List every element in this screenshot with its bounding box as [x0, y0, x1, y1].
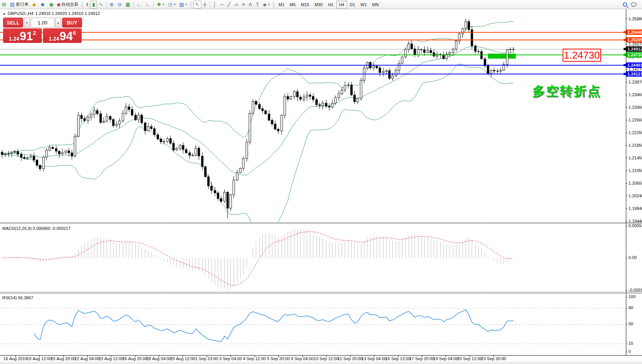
timeframe-m15[interactable]: M15	[298, 1, 312, 8]
one-click-trading-panel: SELL ▾ ▴ BUY 1.24 91 2 1.24 94 6	[3, 18, 82, 43]
channel-tool-button[interactable]: ▱	[232, 1, 240, 8]
timeframe-m1[interactable]: M1	[276, 1, 287, 8]
market-watch-button[interactable]: ◆	[30, 1, 38, 8]
new-order-icon: ▤	[10, 2, 15, 7]
horizontal-line-icon: ─	[220, 2, 224, 7]
timeframe-mn[interactable]: MN	[369, 1, 381, 8]
toolbar-separator	[106, 1, 107, 8]
chart-ohlc-values: 1.24910 1.24920 1.24910 1.24912	[35, 11, 100, 16]
signal-icon: ◉	[49, 2, 53, 7]
channel-icon: ▱	[234, 2, 238, 7]
horizontal-line-tool-button[interactable]: ─	[218, 1, 226, 8]
turning-point-note[interactable]: 多空转折点	[532, 83, 601, 100]
volume-increase-button[interactable]: ▴	[55, 18, 61, 28]
new-order-button[interactable]: ▤ 新订单	[8, 1, 30, 8]
toolbar-grip	[81, 2, 83, 8]
sell-price-main: 91	[20, 31, 33, 42]
zoom-out-icon: ⊖	[117, 2, 122, 7]
sell-price-pip: 2	[33, 30, 36, 36]
chart-title: ▲ GBPUSD-,H4 1.24910 1.24920 1.24910 1.2…	[3, 11, 100, 16]
chevron-down-icon: ▾	[163, 3, 164, 6]
fibonacci-tool-button[interactable]: ≡	[240, 1, 247, 8]
text-label-tool-button[interactable]: T	[254, 1, 261, 8]
chart-canvas[interactable]	[0, 9, 642, 364]
chevron-down-icon: ▾	[268, 3, 270, 6]
chart-window: ▲ GBPUSD-,H4 1.24910 1.24920 1.24910 1.2…	[0, 9, 642, 364]
auto-trading-button[interactable]: ◙ 自动交易	[55, 1, 80, 8]
timeframe-m30[interactable]: M30	[312, 1, 325, 8]
chevron-down-icon: ▾	[174, 3, 175, 6]
bar-chart-icon: ‖	[86, 2, 88, 7]
shapes-dropdown[interactable]: ◈ ▾	[261, 1, 272, 8]
tile-windows-button[interactable]: ▦	[123, 1, 132, 8]
toolbar-grip	[190, 2, 192, 8]
clock-icon: ◷	[168, 2, 172, 7]
line-chart-icon: ∿	[99, 2, 103, 7]
template-dropdown[interactable]: ▨ ▾	[177, 1, 189, 8]
profile-icon: ☻	[40, 2, 45, 7]
price-annotation-box[interactable]: 1.24730	[563, 49, 601, 62]
chat-icon[interactable]	[631, 2, 637, 7]
timeframe-h4[interactable]: H4	[336, 1, 347, 8]
new-order-label: 新订单	[16, 2, 28, 7]
timeframe-m5[interactable]: M5	[287, 1, 298, 8]
crosshair-icon: ┼	[203, 2, 207, 7]
volume-input[interactable]	[31, 18, 54, 28]
fibonacci-icon: ≡	[242, 2, 245, 7]
shapes-icon: ◈	[263, 2, 267, 7]
cursor-tool-button[interactable]: ↖	[193, 1, 201, 8]
trendline-tool-button[interactable]: ╱	[226, 1, 232, 8]
template-icon: ▨	[179, 2, 184, 7]
indicator-window2-button[interactable]: ∟	[143, 1, 152, 8]
toolbar-separator	[153, 1, 154, 8]
add-indicator-dropdown[interactable]: ✚ ▾	[155, 1, 166, 8]
toolbar-separator	[210, 1, 210, 8]
text-label-icon: T	[256, 2, 259, 7]
sell-price-display[interactable]: 1.24 91 2	[3, 28, 42, 43]
chevron-down-icon: ▾	[186, 3, 187, 6]
collapse-icon[interactable]: ▲	[3, 12, 6, 15]
gold-book-icon: ◆	[32, 2, 36, 7]
new-chart-button[interactable]: ⊞	[0, 1, 8, 8]
buy-price-prefix: 1.24	[49, 36, 59, 42]
toolbar-separator	[133, 1, 134, 8]
candlestick-icon: ▮	[92, 2, 95, 7]
indicator-window-button[interactable]: ∟	[135, 1, 144, 8]
text-tool-button[interactable]: A	[247, 1, 254, 8]
timeframe-h1[interactable]: H1	[326, 1, 336, 8]
bar-chart-button[interactable]: ‖	[84, 1, 90, 8]
crosshair-tool-button[interactable]: ┼	[201, 1, 209, 8]
vertical-line-icon: │	[213, 2, 216, 7]
cursor-icon: ↖	[195, 2, 199, 7]
zoom-in-button[interactable]: ⊕	[108, 1, 116, 8]
sell-price-prefix: 1.24	[9, 36, 19, 42]
autotrade-icon: ◙	[57, 2, 60, 7]
timeframe-w1[interactable]: W1	[358, 1, 370, 8]
period-dropdown[interactable]: ◷ ▾	[166, 1, 177, 8]
vertical-line-tool-button[interactable]: │	[211, 1, 218, 8]
tile-windows-icon: ▦	[125, 2, 130, 7]
buy-button[interactable]: BUY	[62, 18, 82, 28]
chart-symbol-label: GBPUSD-,H4	[8, 11, 33, 16]
signal-button[interactable]: ◉	[47, 1, 55, 8]
buy-price-display[interactable]: 1.24 94 6	[43, 28, 82, 43]
buy-price-main: 94	[59, 31, 72, 42]
auto-trading-label: 自动交易	[61, 2, 78, 7]
line-chart-button[interactable]: ∿	[97, 1, 105, 8]
profile-button[interactable]: ☻	[38, 1, 47, 8]
trendline-icon: ╱	[227, 2, 230, 7]
search-icon[interactable]	[623, 2, 627, 7]
volume-decrease-button[interactable]: ▾	[24, 18, 30, 28]
chart-plus-icon: ⊞	[2, 2, 6, 7]
main-toolbar: ⊞ ▤ 新订单 ◆ ☻ ◉ ◙ 自动交易 ‖ ▮ ∿ ⊕ ⊖ ▦ ∟ ∟ ✚	[0, 0, 642, 9]
sell-button[interactable]: SELL	[3, 18, 23, 28]
text-icon: A	[249, 2, 252, 7]
zoom-out-button[interactable]: ⊖	[115, 1, 123, 8]
buy-price-pip: 6	[73, 30, 76, 36]
timeframe-d1[interactable]: D1	[347, 1, 358, 8]
toolbar-grip	[273, 2, 275, 8]
candlestick-button[interactable]: ▮	[90, 1, 97, 8]
indicator-arrow-icon: ∟	[137, 2, 142, 7]
add-indicator-icon: ✚	[157, 2, 161, 7]
indicator-arrow2-icon: ∟	[145, 2, 150, 7]
